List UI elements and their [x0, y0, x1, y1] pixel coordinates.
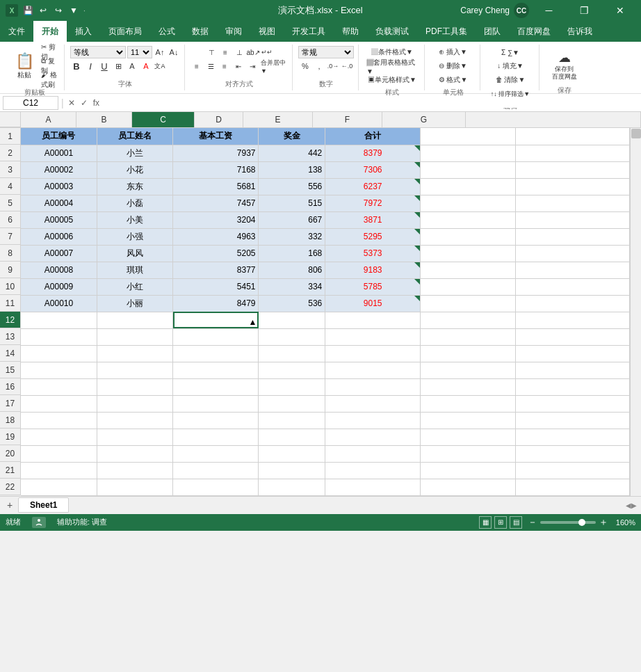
quick-redo-btn[interactable]: ↪ [53, 5, 64, 16]
cell-a16[interactable] [21, 378, 97, 395]
format-btn[interactable]: ⚙ 格式▼ [430, 74, 476, 86]
cell-a20[interactable] [21, 445, 97, 462]
align-center-btn[interactable]: ☰ [204, 60, 217, 72]
row-header-12[interactable]: 12 [0, 312, 21, 328]
cell-g7[interactable] [515, 228, 629, 245]
tab-help[interactable]: 帮助 [334, 21, 367, 42]
row-header-19[interactable]: 19 [0, 429, 21, 445]
cell-e18[interactable] [325, 412, 421, 429]
cell-b18[interactable] [97, 412, 172, 429]
cell-b1[interactable]: 员工姓名 [97, 128, 172, 145]
cell-f10[interactable] [421, 278, 516, 295]
page-break-view-button[interactable]: ▤ [510, 516, 522, 529]
cell-g12[interactable] [515, 312, 629, 328]
cell-f11[interactable] [421, 295, 516, 312]
cell-b16[interactable] [97, 378, 172, 395]
cell-e19[interactable] [325, 429, 421, 445]
insert-function-icon[interactable]: fx [92, 98, 101, 108]
cell-g17[interactable] [515, 395, 629, 412]
cell-e21[interactable] [325, 462, 421, 479]
cell-f4[interactable] [421, 178, 516, 195]
row-header-17[interactable]: 17 [0, 395, 21, 412]
tab-data[interactable]: 数据 [184, 21, 217, 42]
cell-a3[interactable]: A00002 [21, 161, 97, 178]
cell-c4[interactable]: 5681 [173, 178, 259, 195]
cell-c14[interactable] [173, 345, 259, 362]
increase-font-btn[interactable]: A↑ [154, 46, 166, 58]
cell-b19[interactable] [97, 429, 172, 445]
cell-d8[interactable]: 168 [259, 245, 325, 262]
cell-f21[interactable] [421, 462, 516, 479]
cell-g1[interactable] [515, 128, 629, 145]
wrap-text-btn[interactable]: ↵↵ [261, 46, 273, 58]
cell-d16[interactable] [259, 378, 325, 395]
vertical-scrollbar[interactable] [630, 128, 641, 496]
cell-a13[interactable] [21, 328, 97, 345]
cell-a6[interactable]: A00005 [21, 211, 97, 228]
row-header-20[interactable]: 20 [0, 445, 21, 462]
cell-b8[interactable]: 风风 [97, 245, 172, 262]
cell-f14[interactable] [421, 345, 516, 362]
row-header-7[interactable]: 7 [0, 228, 21, 245]
cell-d3[interactable]: 138 [259, 161, 325, 178]
clear-btn[interactable]: 🗑 清除▼ [486, 74, 535, 86]
fill-color-button[interactable]: A [126, 60, 138, 72]
cell-c22[interactable] [173, 479, 259, 495]
cell-f7[interactable] [421, 228, 516, 245]
close-button[interactable]: ✕ [604, 0, 635, 21]
row-header-18[interactable]: 18 [0, 412, 21, 429]
cell-a5[interactable]: A00004 [21, 195, 97, 211]
cell-e16[interactable] [325, 378, 421, 395]
row-header-6[interactable]: 6 [0, 211, 21, 228]
row-header-15[interactable]: 15 [0, 362, 21, 378]
cell-g9[interactable] [515, 262, 629, 278]
row-header-10[interactable]: 10 [0, 278, 21, 295]
minimize-button[interactable]: ─ [533, 0, 565, 21]
cell-d14[interactable] [259, 345, 325, 362]
align-top-btn[interactable]: ⊤ [205, 46, 218, 58]
zoom-slider-thumb[interactable] [578, 519, 585, 526]
comma-btn[interactable]: , [313, 60, 325, 72]
cell-g3[interactable] [515, 161, 629, 178]
cell-e9[interactable]: 9183 [325, 262, 421, 278]
cell-d4[interactable]: 556 [259, 178, 325, 195]
cell-b12[interactable] [97, 312, 172, 328]
cell-b3[interactable]: 小花 [97, 161, 172, 178]
cell-b13[interactable] [97, 328, 172, 345]
cell-b14[interactable] [97, 345, 172, 362]
cell-b10[interactable]: 小红 [97, 278, 172, 295]
cell-c7[interactable]: 4963 [173, 228, 259, 245]
tab-tellme[interactable]: 告诉我 [559, 21, 601, 42]
cell-a8[interactable]: A00007 [21, 245, 97, 262]
col-header-f[interactable]: F [313, 112, 382, 127]
cell-f17[interactable] [421, 395, 516, 412]
tab-pdftools[interactable]: PDF工具集 [417, 21, 476, 42]
horizontal-scrollbar-track[interactable]: ◀ ▶ [70, 499, 638, 511]
cell-d2[interactable]: 442 [259, 145, 325, 161]
cell-e10[interactable]: 5785 [325, 278, 421, 295]
cell-g10[interactable] [515, 278, 629, 295]
cell-g5[interactable] [515, 195, 629, 211]
cell-a17[interactable] [21, 395, 97, 412]
tab-pagelayout[interactable]: 页面布局 [100, 21, 150, 42]
cell-f19[interactable] [421, 429, 516, 445]
tab-baidupan[interactable]: 百度网盘 [509, 21, 559, 42]
cell-style-btn[interactable]: ▣单元格样式▼ [364, 74, 420, 86]
font-name-select[interactable]: 等线 [70, 46, 126, 58]
cell-a1[interactable]: 员工编号 [21, 128, 97, 145]
cell-a21[interactable] [21, 462, 97, 479]
tab-formula[interactable]: 公式 [150, 21, 184, 42]
format-painter-button[interactable]: 🖌 格式刷 [40, 74, 60, 86]
cell-e22[interactable] [325, 479, 421, 495]
cell-g13[interactable] [515, 328, 629, 345]
underline-button[interactable]: U [98, 60, 111, 72]
cell-d15[interactable] [259, 362, 325, 378]
cell-d13[interactable] [259, 328, 325, 345]
cell-g15[interactable] [515, 362, 629, 378]
tab-developer[interactable]: 开发工具 [284, 21, 334, 42]
conditional-format-btn[interactable]: ▤条件格式▼ [364, 46, 420, 58]
row-header-14[interactable]: 14 [0, 345, 21, 362]
cell-a15[interactable] [21, 362, 97, 378]
increase-indent-btn[interactable]: ⇥ [246, 60, 259, 72]
cell-b17[interactable] [97, 395, 172, 412]
